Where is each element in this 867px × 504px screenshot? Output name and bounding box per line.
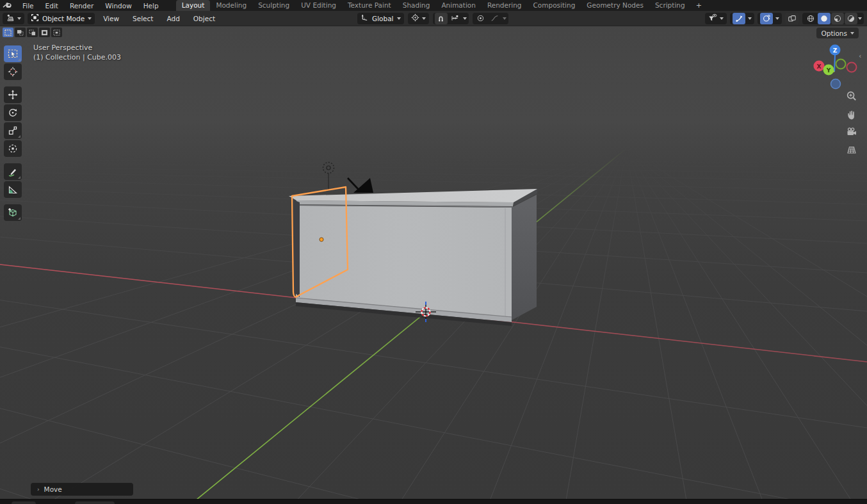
shading-rendered-icon[interactable] — [845, 13, 857, 24]
object-origin-dot[interactable] — [320, 238, 323, 241]
show-overlays-icon[interactable] — [760, 13, 773, 24]
mode-dropdown[interactable]: Object Mode — [28, 13, 95, 24]
show-overlays-group — [758, 13, 782, 24]
menu-file[interactable]: File — [17, 2, 40, 10]
gizmo-z-label: Z — [833, 47, 838, 54]
select-mode-extend[interactable] — [15, 28, 26, 37]
tab-texture-paint[interactable]: Texture Paint — [342, 0, 397, 11]
expand-arrow-icon: › — [37, 486, 40, 492]
status-hint-pill — [75, 501, 115, 504]
gizmo-x-neg-axis[interactable] — [847, 63, 857, 72]
viewport-info-text: User Perspective (1) Collection | Cube.0… — [33, 43, 121, 62]
orientation-label: Global — [371, 15, 394, 22]
editor-type-3d-viewport-icon — [6, 13, 15, 24]
tab-modeling[interactable]: Modeling — [210, 0, 252, 11]
select-mode-set[interactable] — [3, 28, 13, 37]
door-left-edge-face[interactable] — [293, 200, 300, 297]
viewport-nav-buttons — [843, 90, 860, 156]
snap-increment-icon[interactable] — [449, 13, 462, 24]
topbar: File Edit Render Window Help Layout Mode… — [0, 0, 867, 11]
select-mode-subtract[interactable] — [27, 28, 38, 37]
menu-view[interactable]: View — [98, 15, 124, 22]
tab-geometry-nodes[interactable]: Geometry Nodes — [581, 0, 649, 11]
toggle-xray-icon[interactable] — [785, 13, 799, 24]
proportional-editing-icon[interactable] — [474, 13, 487, 24]
gizmo-y-label: Y — [826, 67, 831, 74]
shading-wireframe-icon[interactable] — [804, 13, 817, 24]
transform-orientation-icon — [361, 13, 369, 23]
pivot-point-icon — [411, 13, 419, 23]
snapping-group — [433, 13, 469, 24]
tool-annotate[interactable] — [4, 163, 22, 180]
camera-view-icon[interactable] — [845, 126, 859, 138]
tool-transform[interactable] — [4, 140, 22, 157]
tool-select-box[interactable] — [4, 45, 22, 62]
show-gizmos-icon[interactable] — [733, 13, 745, 24]
operator-panel-move[interactable]: › Move — [31, 483, 133, 496]
tool-measure[interactable] — [4, 181, 22, 198]
mode-label: Object Mode — [42, 15, 85, 22]
menu-window[interactable]: Window — [99, 2, 137, 10]
tab-shading[interactable]: Shading — [397, 0, 436, 11]
blender-logo-icon[interactable] — [3, 1, 13, 10]
gizmo-x-label: X — [817, 63, 822, 70]
status-hint-pill — [12, 501, 36, 504]
tab-scripting[interactable]: Scripting — [649, 0, 691, 11]
shading-solid-icon[interactable] — [818, 13, 831, 24]
tab-layout[interactable]: Layout — [176, 0, 211, 11]
menu-edit[interactable]: Edit — [40, 2, 64, 10]
tool-rotate[interactable] — [4, 104, 22, 121]
tab-animation[interactable]: Animation — [435, 0, 482, 11]
tool-add-cube[interactable] — [4, 204, 22, 221]
editor-type-button[interactable] — [3, 13, 24, 24]
box-right-face[interactable] — [512, 195, 537, 320]
tool-scale[interactable] — [4, 122, 22, 139]
view-perspective-label: User Perspective — [33, 43, 121, 53]
toggle-perspective-grid-icon[interactable] — [845, 143, 859, 156]
gizmo-z-neg-axis[interactable] — [831, 79, 841, 89]
tool-move[interactable] — [4, 86, 22, 103]
tab-compositing[interactable]: Compositing — [528, 0, 581, 11]
proportional-editing-group — [473, 13, 508, 24]
menu-select[interactable]: Select — [127, 15, 158, 22]
snap-magnet-icon[interactable] — [435, 13, 448, 24]
object-mode-icon — [31, 13, 39, 23]
object-visibility-filter-icon — [708, 13, 717, 24]
sidebar-collapse-arrow[interactable]: ‹ — [859, 52, 861, 60]
falloff-curve-icon[interactable] — [489, 13, 501, 24]
visibility-filter-dropdown[interactable] — [705, 13, 727, 24]
transform-orientation-dropdown[interactable]: Global — [357, 13, 404, 24]
blender-window: { "window": { "app_label": "Blender" }, … — [0, 0, 867, 504]
viewport-shading-group — [802, 13, 864, 24]
workspace-tabs: Layout Modeling Sculpting UV Editing Tex… — [176, 0, 707, 11]
tab-rendering[interactable]: Rendering — [482, 0, 528, 11]
active-object-label: (1) Collection | Cube.003 — [33, 53, 121, 62]
box-object[interactable] — [289, 189, 537, 326]
scene-canvas — [0, 26, 867, 499]
viewport-header: Object Mode View Select Add Object Globa… — [0, 11, 867, 26]
menu-object[interactable]: Object — [188, 15, 220, 22]
pivot-point-dropdown[interactable] — [408, 13, 429, 24]
tab-uv-editing[interactable]: UV Editing — [295, 0, 342, 11]
pan-hand-icon[interactable] — [845, 108, 859, 120]
add-workspace-button[interactable]: + — [691, 0, 707, 11]
show-gizmos-group — [730, 13, 754, 24]
gizmo-y-neg-axis[interactable] — [836, 60, 846, 69]
3d-viewport[interactable]: User Perspective (1) Collection | Cube.0… — [0, 26, 867, 499]
menu-render[interactable]: Render — [64, 2, 99, 10]
shading-material-preview-icon[interactable] — [831, 13, 844, 24]
tab-sculpting[interactable]: Sculpting — [252, 0, 295, 11]
select-mode-intersect[interactable] — [51, 28, 62, 37]
menu-add[interactable]: Add — [161, 15, 184, 22]
select-mode-invert[interactable] — [39, 28, 50, 37]
menu-help[interactable]: Help — [138, 2, 165, 10]
status-bar — [0, 499, 867, 504]
operator-label: Move — [44, 485, 62, 493]
tool-cursor[interactable] — [4, 63, 22, 80]
zoom-icon[interactable] — [845, 90, 859, 102]
toolbar — [4, 45, 22, 222]
select-mode-buttons — [3, 28, 62, 37]
